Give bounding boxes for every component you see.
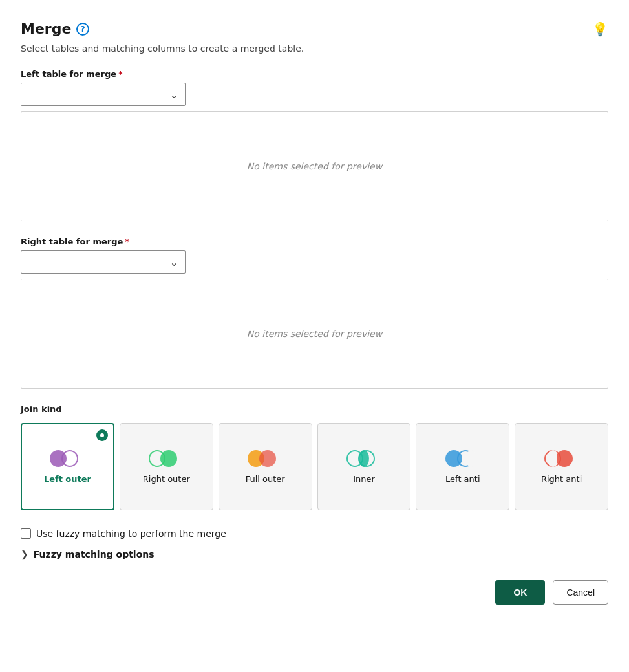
right-anti-icon — [544, 448, 579, 469]
join-option-right-outer[interactable]: Right outer — [120, 423, 213, 510]
right-outer-label: Right outer — [143, 474, 190, 485]
cancel-button[interactable]: Cancel — [553, 580, 608, 605]
full-outer-label: Full outer — [246, 474, 285, 485]
left-anti-icon — [445, 448, 480, 469]
left-table-label: Left table for merge* — [21, 69, 608, 79]
left-table-required: * — [118, 69, 123, 79]
left-table-dropdown[interactable]: ⌄ — [21, 83, 186, 106]
fuzzy-options-label: Fuzzy matching options — [34, 549, 155, 559]
fuzzy-matching-row: Use fuzzy matching to perform the merge — [21, 528, 608, 539]
inner-icon — [346, 448, 381, 469]
left-outer-icon — [50, 448, 85, 469]
join-option-left-outer[interactable]: Left outer — [21, 423, 114, 510]
right-table-label: Right table for merge* — [21, 237, 608, 246]
right-table-dropdown[interactable]: ⌄ — [21, 250, 186, 274]
full-outer-icon — [248, 448, 283, 469]
join-option-full-outer[interactable]: Full outer — [219, 423, 312, 510]
left-outer-label: Left outer — [44, 474, 91, 485]
right-outer-icon — [149, 448, 184, 469]
left-table-preview: No items selected for preview — [21, 111, 608, 221]
join-option-inner[interactable]: Inner — [317, 423, 411, 510]
join-option-left-anti[interactable]: Left anti — [416, 423, 509, 510]
page-title: Merge — [21, 21, 71, 37]
fuzzy-options-chevron-icon: ❯ — [21, 549, 28, 559]
join-option-right-anti[interactable]: Right anti — [515, 423, 608, 510]
ok-button[interactable]: OK — [495, 580, 545, 605]
inner-label: Inner — [353, 474, 375, 485]
lightbulb-icon[interactable]: 💡 — [592, 21, 608, 37]
join-options: Left outer Right outer Full outer — [21, 423, 608, 510]
fuzzy-options-row[interactable]: ❯ Fuzzy matching options — [21, 549, 608, 559]
join-kind-label: Join kind — [21, 404, 608, 414]
right-table-preview: No items selected for preview — [21, 279, 608, 389]
help-icon[interactable]: ? — [76, 23, 89, 36]
right-table-required: * — [125, 237, 129, 246]
selected-indicator — [96, 429, 108, 441]
right-table-chevron-icon: ⌄ — [170, 256, 178, 268]
left-anti-label: Left anti — [445, 474, 480, 485]
footer-buttons: OK Cancel — [21, 580, 608, 605]
fuzzy-matching-checkbox[interactable] — [21, 528, 31, 539]
fuzzy-matching-label: Use fuzzy matching to perform the merge — [36, 528, 226, 539]
subtitle: Select tables and matching columns to cr… — [21, 43, 608, 54]
left-table-chevron-icon: ⌄ — [170, 89, 178, 101]
right-anti-label: Right anti — [541, 474, 582, 485]
